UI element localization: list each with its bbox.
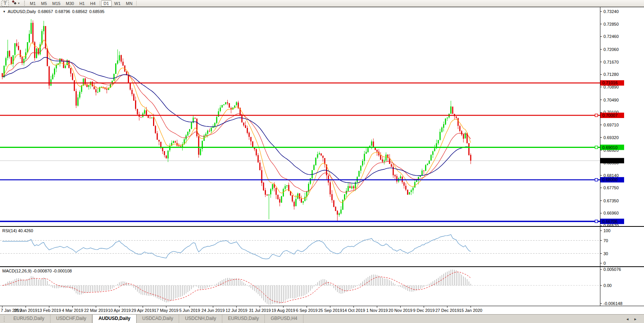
- rsi-tick-label: 70: [603, 238, 608, 243]
- rsi-pane[interactable]: RSI(14) 40.4260 10070300: [0, 227, 644, 267]
- timeframe-toolbar: M1M5M15M30H1H4D1W1MN: [27, 0, 138, 7]
- tab-usdcnh-daily-4[interactable]: USDCNH,Daily: [179, 315, 222, 323]
- date-tick-label: 19 Aug 2019: [272, 308, 295, 313]
- text-tool-button[interactable]: T: [2, 0, 9, 7]
- price-tick-label: 0.69320: [603, 135, 619, 140]
- ohlc-open: 0.68657: [38, 9, 53, 14]
- tab-usdcad-daily-3[interactable]: USDCAD,Daily: [137, 315, 179, 323]
- chart-tabs: EURUSD,DailyUSDCHF,DailyAUDUSD,DailyUSDC…: [8, 314, 303, 323]
- hline-anchor-support-0.69010[interactable]: [595, 146, 598, 149]
- toolbar-grip[interactable]: [24, 1, 25, 6]
- tab-eurusd-daily-5[interactable]: EURUSD,Daily: [222, 315, 265, 323]
- date-tick-label: 15 Jan 2020: [459, 308, 483, 313]
- rsi-chart[interactable]: 10070300: [0, 227, 644, 266]
- tab-scroll-left-icon[interactable]: ◄: [626, 317, 629, 321]
- price-tick-label: 0.67350: [603, 198, 619, 203]
- chart-symbol-label: AUDUSD,Daily: [8, 9, 36, 14]
- arrows-tool-icon: [11, 0, 17, 7]
- date-tick-label: 5 Jun 2019: [179, 308, 200, 313]
- date-tick-label: 27 Dec 2019: [435, 308, 459, 313]
- timeframe-button-D1[interactable]: D1: [101, 0, 112, 7]
- date-tick-label: 22 Mar 2019: [84, 308, 108, 313]
- macd-tick-label: 0.00: [603, 283, 611, 288]
- price-tick-label: 0.72460: [603, 34, 619, 39]
- date-tick-label: 25 Sep 2019: [318, 308, 342, 313]
- price-tick-label: 0.72850: [603, 22, 619, 26]
- hline-price-chip: 0.68000: [602, 177, 618, 182]
- rsi-line: [2, 234, 471, 259]
- date-tick-label: 6 Sep 2019: [296, 308, 318, 313]
- timeframe-button-M5[interactable]: M5: [38, 0, 49, 7]
- macd-label: MACD(12,26,9) -0.000870 -0.000108: [2, 269, 72, 273]
- rsi-tick-label: 0: [603, 261, 606, 266]
- collapse-triangle-icon[interactable]: ▼: [3, 10, 6, 13]
- price-tick-label: 0.72060: [603, 47, 619, 52]
- hline-price-chip: 0.66706: [602, 219, 618, 224]
- price-tick-label: 0.70490: [603, 98, 619, 102]
- chart-title: ▼ AUDUSD,Daily 0.68657 0.68796 0.68562 0…: [3, 9, 104, 14]
- chart-tab-bar: EURUSD,DailyUSDCHF,DailyAUDUSD,DailyUSDC…: [0, 314, 644, 323]
- toolbar-separator: [99, 1, 100, 6]
- macd-tick-label: 0.005076: [603, 267, 621, 272]
- date-tick-label: 1 Nov 2019: [366, 308, 388, 313]
- price-tick-label: 0.67750: [603, 185, 619, 190]
- tab-bar-grip: [4, 316, 5, 322]
- price-tick-label: 0.68140: [603, 173, 619, 178]
- price-tick-label: 0.71670: [603, 60, 619, 64]
- hline-anchor-support-0.66706[interactable]: [595, 220, 598, 223]
- timeframe-button-M15[interactable]: M15: [50, 0, 63, 7]
- tab-usdchf-daily-1[interactable]: USDCHF,Daily: [51, 315, 93, 323]
- date-tick-label: 29 Apr 2019: [132, 308, 154, 313]
- ohlc-low: 0.68562: [72, 9, 87, 14]
- toolbar: T ▾ M1M5M15M30H1H4D1W1MN: [0, 0, 644, 7]
- price-tick-label: 0.73240: [603, 9, 619, 14]
- main-chart-area[interactable]: ▼ AUDUSD,Daily 0.68657 0.68796 0.68562 0…: [0, 7, 644, 227]
- macd-tick-label: -0.006148: [603, 301, 623, 306]
- hline-anchor-support-0.68000[interactable]: [595, 179, 598, 181]
- hline-anchor-resistance-0.70007[interactable]: [595, 114, 598, 117]
- price-tick-label: 0.66960: [603, 211, 619, 215]
- timeframe-button-H4[interactable]: H4: [87, 0, 98, 7]
- timeframe-button-H1[interactable]: H1: [77, 0, 87, 7]
- date-tick-label: 4 Mar 2019: [62, 308, 83, 313]
- date-tick-label: 31 Jul 2019: [249, 308, 271, 313]
- ohlc-close: 0.68595: [89, 9, 104, 14]
- current-price-chip: 0.68595: [602, 158, 618, 163]
- macd-chart[interactable]: 0.0050760.00-0.006148: [0, 267, 644, 306]
- timeframe-button-M30[interactable]: M30: [63, 0, 77, 7]
- date-tick-label: 12 Jul 2019: [226, 308, 248, 313]
- timeframe-button-W1[interactable]: W1: [112, 0, 124, 7]
- date-tick-label: 24 Jun 2019: [202, 308, 225, 313]
- toolbar-separator: [136, 1, 137, 6]
- tab-gbpusd-h4-6[interactable]: GBPUSD,H4: [265, 315, 303, 323]
- candlestick-chart[interactable]: 0.732400.728500.724600.720600.716700.712…: [0, 7, 644, 226]
- price-tick-label: 0.71280: [603, 72, 619, 77]
- date-tick-label: 13 Feb 2019: [37, 308, 61, 313]
- rsi-label: RSI(14) 40.4260: [2, 228, 33, 233]
- hline-price-chip: 0.71016: [602, 80, 618, 85]
- macd-pane[interactable]: MACD(12,26,9) -0.000870 -0.000108 0.0050…: [0, 267, 644, 306]
- tab-scroll-controls: ◄ ►: [626, 317, 644, 323]
- date-tick-label: 9 Dec 2019: [413, 308, 435, 313]
- date-tick-label: 10 Apr 2019: [108, 308, 130, 313]
- tab-scroll-right-icon[interactable]: ►: [634, 317, 637, 321]
- date-tick-label: 14 Oct 2019: [342, 308, 365, 313]
- date-tick-label: 20 Nov 2019: [388, 308, 412, 313]
- timeframe-button-M1[interactable]: M1: [27, 0, 38, 7]
- arrows-tool-button[interactable]: ▾: [11, 0, 21, 7]
- chevron-down-icon[interactable]: ▾: [18, 2, 20, 5]
- tab-eurusd-daily-0[interactable]: EURUSD,Daily: [8, 315, 51, 323]
- date-axis[interactable]: 7 Jan 201925 Jan 201913 Feb 20194 Mar 20…: [0, 306, 644, 314]
- trading-terminal-window: T ▾ M1M5M15M30H1H4D1W1MN ▼ AUDUSD,Daily …: [0, 0, 644, 323]
- tab-audusd-daily-2[interactable]: AUDUSD,Daily: [92, 314, 136, 323]
- date-tick-label: 17 May 2019: [154, 308, 179, 313]
- timeframe-button-MN[interactable]: MN: [123, 0, 135, 7]
- date-tick-label: 25 Jan 2019: [14, 308, 37, 313]
- rsi-tick-label: 30: [603, 251, 608, 256]
- hline-price-chip: 0.69010: [602, 145, 618, 150]
- price-tick-label: 0.69710: [603, 123, 619, 127]
- hline-price-chip: 0.70007: [602, 113, 618, 118]
- rsi-tick-label: 100: [603, 228, 610, 233]
- ohlc-high: 0.68796: [55, 9, 70, 14]
